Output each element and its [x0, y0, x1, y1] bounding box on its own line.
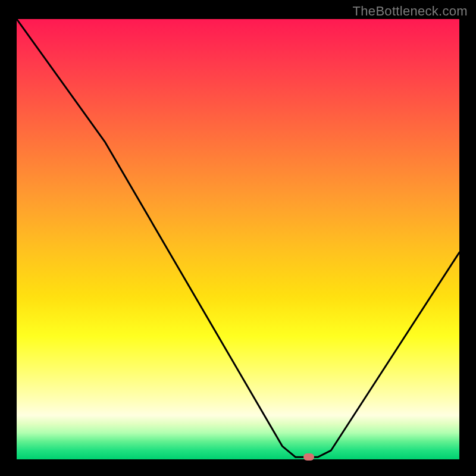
watermark-text: TheBottleneck.com: [353, 4, 468, 19]
curve-svg: [17, 19, 459, 459]
canvas-black-bg: TheBottleneck.com: [0, 0, 476, 476]
bottleneck-curve-path: [17, 19, 459, 457]
bottleneck-marker: [303, 453, 314, 461]
